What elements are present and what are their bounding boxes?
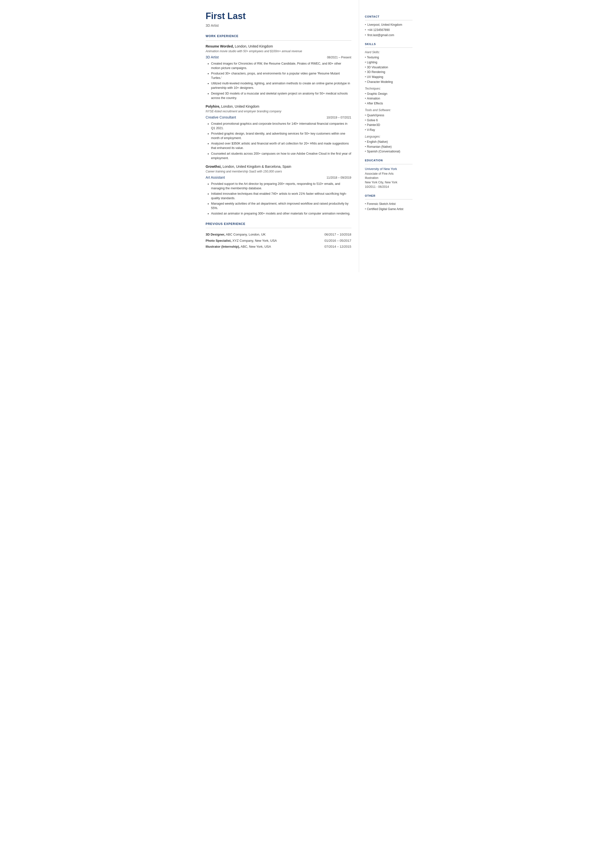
job-3-employer-name: Growthsi, [206,165,222,169]
job-2-row: Creative Consultant 10/2019 – 07/2021 [206,115,351,120]
prev-job-row: 3D Designer, ABC Company, London, UK 06/… [206,231,351,238]
skill-lighting: •Lighting [365,61,412,65]
prev-exp-table: 3D Designer, ABC Company, London, UK 06/… [206,231,351,250]
job-1: Resume Worded, London, United Kingdom An… [206,44,351,100]
education-label: EDUCATION [365,158,412,162]
prev-exp-label: PREVIOUS EXPERIENCE [206,222,351,226]
edu-field: Illustration [365,176,412,180]
contact-phone: • +44 1234567890 [365,28,412,32]
skill-graphic-design: •Graphic Design [365,92,412,96]
skill-char-model: •Character Modeling [365,80,412,84]
bullet: Created promotional graphics and corpora… [211,121,351,130]
techniques-label: Techniques: [365,87,412,91]
bullet: Designed 3D models of a muscular and ske… [211,91,351,100]
job-2-bullets: Created promotional graphics and corpora… [206,121,351,160]
edu-school: University of New York [365,167,412,171]
other-item-2: • Certified Digital Game Artist [365,207,412,211]
education-section: EDUCATION University of New York Associa… [365,158,412,189]
work-experience-section: WORK EXPERIENCE Resume Worded, London, U… [206,34,351,216]
bullet: Managed weekly activities of the art dep… [211,202,351,210]
contact-address: • Liverpool, United Kingdom [365,23,412,27]
skill-texturing: •Texturing [365,56,412,60]
languages-label: Languages: [365,135,412,139]
skill-uv-mapping: •UV Mapping [365,75,412,79]
contact-label: CONTACT [365,15,412,19]
contact-divider [365,20,412,20]
bullet: Analyzed over $350K artistic and financi… [211,141,351,150]
job-1-employer: Resume Worded, London, United Kingdom [206,44,351,49]
job-1-dates: 08/2021 – Present [327,56,351,60]
resume-page: First Last 3D Artist WORK EXPERIENCE Res… [196,0,419,272]
work-experience-label: WORK EXPERIENCE [206,34,351,38]
skill-english: •English (Native) [365,140,412,144]
bullet: Produced 30+ characters, props, and envi… [211,71,351,80]
bullet: Provided graphic design, brand identity,… [211,131,351,140]
job-2-desc: NYSE-listed recruitment and employer bra… [206,109,351,113]
skill-painter3d: •Painter3D [365,123,412,127]
job-2: Polyhire, London, United Kingdom NYSE-li… [206,104,351,160]
edu-location: New York City, New York [365,180,412,185]
prev-job-2-dates: 01/2016 – 05/2017 [311,238,351,244]
job-2-title: Creative Consultant [206,115,236,120]
prev-job-row: Photo Specialist, XYZ Company, New York,… [206,238,351,244]
job-3-title: Art Assistant [206,175,225,180]
job-title: 3D Artist [206,23,351,28]
left-column: First Last 3D Artist WORK EXPERIENCE Res… [196,0,359,272]
job-3-row: Art Assistant 11/2018 – 09/2019 [206,175,351,180]
skill-3d-viz: •3D Visualization [365,65,412,70]
skill-romanian: •Romanian (Native) [365,145,412,149]
skill-3d-render: •3D Rendering [365,70,412,74]
job-3-employer-location: London, United Kingdom & Barcelona, Spai… [222,165,291,169]
skills-section: SKILLS Hard Skills: •Texturing •Lighting… [365,42,412,154]
edu-degree: Associate of Fine Arts [365,172,412,176]
contact-section: CONTACT • Liverpool, United Kingdom • +4… [365,15,412,37]
skill-quarkxpress: •QuarkXpress [365,113,412,118]
right-column: CONTACT • Liverpool, United Kingdom • +4… [359,0,419,272]
job-3-dates: 11/2018 – 09/2019 [326,175,351,180]
job-3-employer: Growthsi, London, United Kingdom & Barce… [206,164,351,169]
other-item-1: • Forensic Sketch Artist [365,202,412,206]
bullet: Utilized multi-leveled modeling, lightin… [211,81,351,90]
prev-job-3-dates: 07/2014 – 12/2015 [311,244,351,250]
prev-job-row: Illustrator (Internship), ABC, New York,… [206,244,351,250]
prev-job-2-name: Photo Specialist, XYZ Company, New York,… [206,238,312,244]
other-label: OTHER [365,194,412,198]
skill-after-effects: •After Effects [365,101,412,106]
job-1-title: 3D Artist [206,55,219,60]
job-2-employer-location: London, United Kingdom [220,104,259,109]
bullet: Initiated innovative techniques that ena… [211,191,351,200]
bullet: Assisted an animator in preparing 300+ m… [211,211,351,216]
job-1-employer-location: London, United Kingdom [234,44,273,48]
skill-golive: •Golive 6 [365,118,412,123]
name: First Last [206,10,351,22]
bullet: Created images for Chronicles of RW, the… [211,61,351,70]
bullet: Provided support to the Art director by … [211,182,351,191]
job-1-bullets: Created images for Chronicles of RW, the… [206,61,351,100]
skill-vray: •V-Ray [365,128,412,132]
hard-skills-label: Hard Skills: [365,50,412,54]
job-3-bullets: Provided support to the Art director by … [206,182,351,216]
edu-dates: 10/2011 - 06/2014 [365,185,412,189]
tools-label: Tools and Software: [365,108,412,112]
prev-job-1-dates: 06/2017 – 10/2018 [311,231,351,238]
skill-spanish: •Spanish (Conversational) [365,149,412,154]
bullet: Counseled art students across 200+ campu… [211,151,351,160]
other-section: OTHER • Forensic Sketch Artist • Certifi… [365,194,412,211]
job-2-dates: 10/2019 – 07/2021 [326,116,351,120]
skill-animation: •Animation [365,96,412,101]
job-3-desc: Career training and membership SaaS with… [206,169,351,174]
job-2-employer: Polyhire, London, United Kingdom [206,104,351,109]
job-1-desc: Animation movie studio with 50+ employee… [206,49,351,53]
job-3: Growthsi, London, United Kingdom & Barce… [206,164,351,216]
job-2-employer-name: Polyhire, [206,104,220,109]
prev-job-3-name: Illustrator (Internship), ABC, New York,… [206,244,312,250]
prev-job-1-name: 3D Designer, ABC Company, London, UK [206,231,312,238]
contact-email: • first.last@gmail.com [365,33,412,37]
skills-label: SKILLS [365,42,412,46]
job-1-row: 3D Artist 08/2021 – Present [206,55,351,60]
job-1-employer-name: Resume Worded, [206,44,234,48]
previous-experience-section: PREVIOUS EXPERIENCE 3D Designer, ABC Com… [206,222,351,250]
